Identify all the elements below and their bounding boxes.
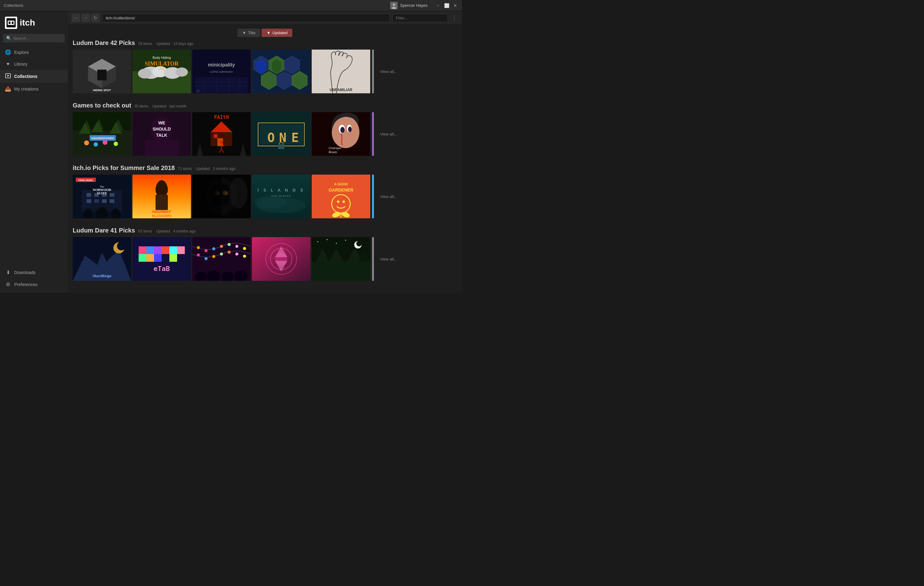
svg-text:KNADDSKOGEN: KNADDSKOGEN <box>91 137 114 140</box>
game-thumb-scifi[interactable] <box>192 175 251 218</box>
game-thumb-gardener[interactable]: A GOOD GARDENER <box>312 175 370 218</box>
game-thumb-shard-reign[interactable]: ShardReign <box>73 237 131 281</box>
game-thumb-minicipality[interactable]: minicipality LD#42 submission <box>192 50 251 93</box>
heart-icon: ♥ <box>5 61 11 67</box>
logo-text: itch <box>20 18 35 28</box>
svg-point-163 <box>205 249 208 252</box>
svg-point-172 <box>220 253 223 256</box>
collection-strip <box>372 50 374 93</box>
game-thumb-one[interactable]: O N E <box>252 112 310 156</box>
collection-games: KNADDSKOGEN <box>73 112 457 156</box>
game-thumb-faith[interactable]: FAItH <box>192 112 251 156</box>
sidebar-item-library[interactable]: ♥ Library <box>0 58 68 70</box>
sort-updated-button[interactable]: ▼ Updated <box>261 29 292 37</box>
svg-rect-128 <box>192 175 221 218</box>
minimize-button[interactable]: − <box>435 2 441 8</box>
search-bar[interactable]: 🔍 <box>3 34 65 43</box>
game-thumb-body-sim[interactable]: Body Hiding SIMULATOR 1995 <box>132 50 191 93</box>
svg-rect-150 <box>139 246 146 254</box>
svg-point-169 <box>197 253 200 256</box>
collection-meta: 63 items Updated 4 months ago <box>138 229 196 233</box>
svg-text:non-places: non-places <box>271 194 291 197</box>
collection-strip <box>372 175 374 218</box>
svg-marker-14 <box>97 69 107 80</box>
svg-point-164 <box>212 247 215 250</box>
svg-rect-64 <box>145 140 179 156</box>
back-button[interactable]: ← <box>71 13 80 22</box>
sidebar-label-library: Library <box>14 61 27 66</box>
close-button[interactable]: ✕ <box>452 2 458 8</box>
game-thumb-norwood[interactable]: FREE DEMO The NORWOOD SUITE <box>73 175 131 218</box>
svg-point-173 <box>228 251 231 254</box>
view-all-button[interactable]: View all... <box>375 50 402 93</box>
game-thumb-we-should-talk[interactable]: WE SHOULD TALK <box>132 112 191 156</box>
collection-header: Games to check out 30 items Updated last… <box>73 102 457 109</box>
sidebar-item-preferences[interactable]: ⚙ Preferences <box>0 278 68 291</box>
address-bar[interactable] <box>102 14 390 22</box>
kebab-menu-button[interactable]: ⋮ <box>450 15 458 21</box>
view-all-button[interactable]: View all... <box>375 112 402 156</box>
game-thumb-pink-abstract[interactable] <box>252 237 310 281</box>
svg-point-170 <box>205 257 208 260</box>
game-thumb-grotesque[interactable]: Grotesque Beauty <box>312 112 370 156</box>
svg-point-190 <box>318 241 318 243</box>
svg-text:Beauty: Beauty <box>328 150 337 154</box>
sidebar-item-collections[interactable]: Collections <box>0 70 68 83</box>
svg-text:GARDENER: GARDENER <box>328 188 353 193</box>
svg-rect-152 <box>139 254 146 262</box>
collection-title: itch.io Picks for Summer Sale 2018 <box>73 164 175 172</box>
svg-text:FAItH: FAItH <box>214 114 229 120</box>
collection-summer-sale: itch.io Picks for Summer Sale 2018 71 it… <box>73 164 457 218</box>
svg-rect-105 <box>102 199 107 203</box>
maximize-button[interactable]: ⬜ <box>444 2 450 8</box>
svg-rect-103 <box>87 199 91 203</box>
svg-rect-72 <box>214 134 218 138</box>
svg-point-167 <box>235 245 238 248</box>
svg-text:eTaB: eTaB <box>154 265 170 272</box>
svg-point-166 <box>228 243 231 246</box>
user-name: Spencer Hayes <box>400 3 427 8</box>
game-thumb-highway[interactable]: HIGHWAY BLOSSOMS <box>132 175 191 218</box>
logo-icon <box>5 17 17 29</box>
refresh-button[interactable]: ↻ <box>91 13 100 22</box>
game-thumb-unfamiliar[interactable]: UNFAMILIAR <box>312 50 370 93</box>
svg-point-22 <box>176 68 188 77</box>
forward-button[interactable]: → <box>81 13 90 22</box>
game-thumb-islands[interactable]: I S L A N D S non-places <box>252 175 310 218</box>
sidebar-bottom: ⬇ Downloads ⚙ Preferences <box>0 266 68 293</box>
game-thumb-hiding-spot[interactable]: HIDING SPOT <box>73 50 131 93</box>
svg-point-129 <box>229 178 248 208</box>
collection-title: Ludum Dare 41 Picks <box>73 227 135 234</box>
svg-point-73 <box>220 141 223 144</box>
download-icon: ⬇ <box>5 269 11 275</box>
svg-point-56 <box>84 140 89 145</box>
svg-point-193 <box>345 240 346 241</box>
titlebar-title: Collections <box>4 3 23 8</box>
game-thumb-knaddskogen[interactable]: KNADDSKOGEN <box>73 112 131 156</box>
svg-rect-99 <box>87 193 91 197</box>
sort-title-label: Title <box>248 30 255 35</box>
sort-title-button[interactable]: ▼ Title <box>238 29 261 37</box>
game-thumb-lights[interactable] <box>192 237 251 281</box>
game-thumb-gem-puzzle[interactable] <box>252 50 310 93</box>
sidebar-item-explore[interactable]: 🌐 Explore <box>0 46 68 58</box>
view-all-button[interactable]: View all... <box>375 175 402 218</box>
filter-input[interactable] <box>393 14 448 22</box>
svg-point-162 <box>197 246 200 249</box>
collection-meta: 78 items Updated 13 days ago <box>138 41 193 46</box>
svg-rect-154 <box>154 246 162 254</box>
sidebar-label-preferences: Preferences <box>14 282 37 287</box>
game-thumb-trees[interactable] <box>312 237 370 281</box>
view-all-button[interactable]: View all... <box>375 237 402 281</box>
game-thumb-etab[interactable]: eTaB <box>132 237 191 281</box>
svg-text:A GOOD: A GOOD <box>334 182 348 186</box>
search-input[interactable] <box>13 36 62 41</box>
svg-text:SHOULD: SHOULD <box>152 127 171 132</box>
svg-rect-6 <box>12 21 13 24</box>
svg-rect-157 <box>169 246 177 254</box>
search-icon: 🔍 <box>6 36 12 41</box>
collection-header: Ludum Dare 41 Picks 63 items Updated 4 m… <box>73 227 457 234</box>
sidebar-item-my-creations[interactable]: 📤 My creations <box>0 83 68 95</box>
sidebar-item-downloads[interactable]: ⬇ Downloads <box>0 266 68 278</box>
collection-games: FREE DEMO The NORWOOD SUITE <box>73 175 457 218</box>
